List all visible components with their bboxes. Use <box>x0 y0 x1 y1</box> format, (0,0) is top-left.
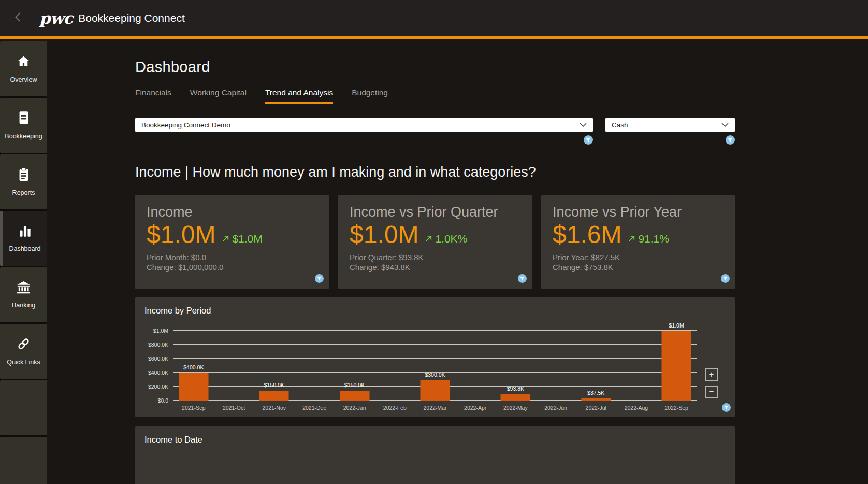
clipboard-icon <box>18 167 30 183</box>
kpi-cards-row: Income $1.0M $1.0M Prior Month: $0.0 Cha… <box>135 195 735 289</box>
sidebar-item-banking[interactable]: Banking <box>0 267 47 322</box>
sidebar-item-label: Banking <box>12 302 35 309</box>
kpi-card-title: Income vs Prior Year <box>553 204 724 220</box>
kpi-card-value: $1.0M <box>147 222 215 247</box>
bar-value-label: $37.5K <box>587 390 604 396</box>
y-axis-tick-label: $600.0K <box>148 355 168 362</box>
tab-trend-and-analysis[interactable]: Trend and Analysis <box>265 88 333 104</box>
bar-column: $93.8K <box>496 331 536 401</box>
sidebar-item-reports[interactable]: Reports <box>0 154 47 209</box>
kpi-card-title: Income <box>147 204 317 220</box>
bar-chart-icon <box>18 224 32 239</box>
app-title: Bookkeeping Connect <box>78 12 184 24</box>
funnel-filter-icon[interactable] <box>584 135 593 145</box>
company-dropdown[interactable]: Bookkeeping Connect Demo <box>135 118 593 132</box>
pwc-logo: pwc <box>39 10 73 26</box>
app-header: pwc Bookkeeping Connect <box>0 0 868 39</box>
funnel-filter-icon[interactable] <box>518 274 527 285</box>
funnel-filter-icon[interactable] <box>721 274 730 285</box>
sidebar-item-label: Dashboard <box>9 245 40 252</box>
document-icon <box>18 111 30 127</box>
funnel-filter-icon[interactable] <box>722 403 731 414</box>
bar-2022-Mar[interactable] <box>420 380 450 402</box>
kpi-card-income: Income $1.0M $1.0M Prior Month: $0.0 Cha… <box>135 195 329 289</box>
bar-2022-Sep[interactable] <box>662 331 691 401</box>
bar-column: $400.0K <box>173 331 214 401</box>
bar-column: $1.0M <box>656 331 697 401</box>
kpi-card-delta: $1.0M <box>232 233 262 245</box>
kpi-card-income-vs-prior-year: Income vs Prior Year $1.6M 91.1% Prior Y… <box>541 195 735 289</box>
x-axis-tick-label: 2022-May <box>496 405 536 411</box>
x-axis-tick-label: 2021-Sep <box>173 405 214 411</box>
x-axis-tick-label: 2022-Sep <box>656 405 697 411</box>
chart-zoom-in-button[interactable]: + <box>705 368 718 381</box>
bar-value-label: $400.0K <box>183 364 204 371</box>
sidebar-item-quick-links[interactable]: Quick Links <box>0 324 47 379</box>
bar-2021-Sep[interactable] <box>179 373 208 401</box>
tab-financials[interactable]: Financials <box>135 88 171 104</box>
x-axis-tick-label: 2021-Oct <box>214 405 254 411</box>
x-axis-tick-label: 2022-Feb <box>374 405 415 411</box>
x-axis-tick-label: 2022-Jun <box>536 405 576 411</box>
company-dropdown-value: Bookkeeping Connect Demo <box>141 121 230 129</box>
x-axis-tick-label: 2022-Jan <box>335 405 375 411</box>
bar-2022-Jul[interactable] <box>581 398 611 401</box>
bar-column <box>374 331 415 401</box>
bars-row: $400.0K$150.0K$150.0K$300.0K$93.8K$37.5K… <box>173 331 697 401</box>
kpi-card-delta: 91.1% <box>638 233 669 245</box>
accounting-basis-value: Cash <box>612 121 628 129</box>
bar-column: $300.0K <box>415 331 455 401</box>
bar-value-label: $150.0K <box>264 382 284 388</box>
y-axis-tick-label: $1.0M <box>153 328 168 334</box>
bar-column <box>616 331 657 401</box>
tab-budgeting[interactable]: Budgeting <box>352 88 388 104</box>
sidebar-item-dashboard[interactable]: Dashboard <box>0 211 47 266</box>
bar-2022-May[interactable] <box>501 394 530 401</box>
sidebar-filler-tile <box>0 380 47 435</box>
funnel-filter-icon[interactable] <box>726 135 735 145</box>
home-icon <box>17 55 31 70</box>
back-button[interactable] <box>12 11 24 25</box>
kpi-card-delta: 1.0K% <box>435 233 467 245</box>
page-title: Dashboard <box>135 59 735 76</box>
bar-column <box>455 331 496 401</box>
bar-value-label: $150.0K <box>344 382 365 388</box>
chart-zoom-out-button[interactable]: − <box>705 386 718 398</box>
sidebar: Overview Bookkeeping Reports Dashboard B… <box>0 41 47 484</box>
bar-column <box>294 331 335 401</box>
kpi-card-prior-line: Prior Month: $0.0 <box>147 252 317 262</box>
income-by-period-panel: Income by Period $1.0M$800.0K$600.0K$400… <box>135 297 735 417</box>
x-axis-tick-label: 2022-Jul <box>576 405 616 411</box>
bar-2021-Nov[interactable] <box>259 391 289 401</box>
section-title: Income | How much money am I making and … <box>135 164 735 180</box>
bank-icon <box>17 281 31 296</box>
sidebar-item-label: Reports <box>12 189 35 196</box>
x-axis-tick-label: 2022-Mar <box>415 405 455 411</box>
x-axis-tick-label: 2021-Nov <box>254 405 294 411</box>
y-axis: $1.0M$800.0K$600.0K$400.0K$200.0K$0.0 <box>144 331 173 401</box>
x-axis-labels: 2021-Sep2021-Oct2021-Nov2021-Dec2022-Jan… <box>173 405 697 411</box>
kpi-card-title: Income vs Prior Quarter <box>350 204 520 220</box>
chart-title: Income by Period <box>144 306 726 316</box>
x-axis-tick-label: 2021-Dec <box>294 405 335 411</box>
sidebar-item-bookkeeping[interactable]: Bookkeeping <box>0 98 47 153</box>
funnel-filter-icon[interactable] <box>315 274 324 285</box>
chart-right-gutter: + − <box>697 331 726 401</box>
sidebar-item-overview[interactable]: Overview <box>0 41 47 96</box>
bar-column: $150.0K <box>254 331 294 401</box>
sidebar-item-label: Quick Links <box>7 359 40 366</box>
bar-value-label: $93.8K <box>507 386 524 392</box>
accounting-basis-dropdown[interactable]: Cash <box>605 118 735 132</box>
chain-link-icon <box>17 337 31 353</box>
kpi-card-change-line: Change: $943.8K <box>350 262 520 272</box>
sidebar-item-label: Bookkeeping <box>5 133 42 140</box>
bar-column <box>214 331 254 401</box>
y-axis-tick-label: $400.0K <box>148 369 168 376</box>
kpi-card-prior-line: Prior Year: $827.5K <box>553 252 724 262</box>
bar-2022-Jan[interactable] <box>340 391 369 401</box>
chevron-left-icon <box>12 11 24 25</box>
dashboard-tabs: Financials Working Capital Trend and Ana… <box>135 88 735 104</box>
tab-working-capital[interactable]: Working Capital <box>190 88 247 104</box>
bar-value-label: $300.0K <box>425 372 445 378</box>
chevron-down-icon <box>721 121 729 129</box>
